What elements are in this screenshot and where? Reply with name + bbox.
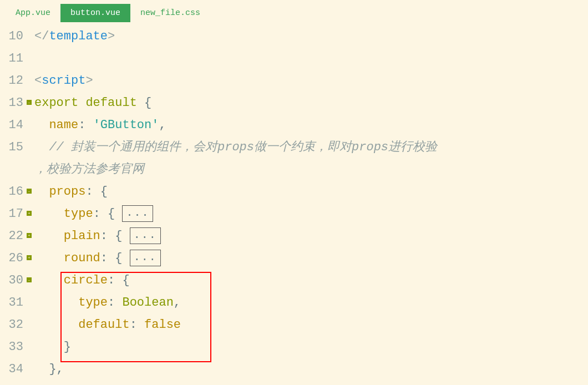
- string: 'GButton': [93, 118, 159, 132]
- punct: :: [108, 273, 115, 287]
- brace: }: [64, 340, 71, 354]
- punct: :: [78, 118, 85, 132]
- line-number: 14: [0, 114, 27, 136]
- line-number: 13: [0, 92, 27, 114]
- line-number: 17: [0, 203, 27, 225]
- code-line[interactable]: 32 default: false: [0, 314, 588, 336]
- line-number: 10: [0, 26, 27, 48]
- prop-key: type: [78, 296, 108, 310]
- tag-bracket: </: [34, 29, 49, 43]
- prop-key: circle: [64, 273, 108, 287]
- line-number: 34: [0, 358, 27, 381]
- tab-new-file-css[interactable]: new_file.css: [130, 4, 210, 22]
- tag-name: template: [49, 29, 108, 43]
- keyword: default: [85, 96, 136, 110]
- punct: ,: [174, 296, 181, 310]
- fold-toggle-icon[interactable]: +: [27, 211, 32, 216]
- fold-toggle-icon[interactable]: +: [27, 233, 32, 238]
- prop-key: type: [64, 207, 93, 221]
- punct: :: [85, 185, 93, 199]
- code-line[interactable]: 26 + round: { ...: [0, 247, 588, 270]
- comment: // 封装一个通用的组件，会对props做一个约束，即对props进行校验: [49, 140, 437, 154]
- code-line[interactable]: 31 type: Boolean,: [0, 292, 588, 314]
- line-number: 31: [0, 292, 27, 314]
- fold-placeholder[interactable]: ...: [130, 250, 161, 266]
- line-number: 15: [0, 136, 27, 159]
- code-line[interactable]: 34 },: [0, 358, 588, 381]
- comment: ，校验方法参考官网: [34, 163, 144, 176]
- line-number: 22: [0, 225, 27, 247]
- punct: :: [130, 318, 137, 332]
- line-number: 12: [0, 70, 27, 92]
- code-line[interactable]: 12 <script>: [0, 70, 588, 92]
- line-number: 33: [0, 336, 27, 358]
- code-line[interactable]: 16 - props: {: [0, 181, 588, 203]
- code-line[interactable]: 30 - circle: {: [0, 270, 588, 292]
- punct: :: [100, 229, 108, 243]
- value: false: [144, 318, 181, 332]
- tag-bracket: >: [108, 29, 115, 43]
- brace: },: [49, 362, 63, 376]
- line-number: 26: [0, 247, 27, 270]
- prop-key: name: [49, 118, 78, 132]
- code-editor[interactable]: 10 </template> 11 12 <script> 13 - expor…: [0, 26, 588, 381]
- line-number: 32: [0, 314, 27, 336]
- punct: :: [93, 207, 100, 221]
- prop-key: props: [49, 185, 85, 199]
- fold-toggle-icon[interactable]: -: [27, 277, 32, 282]
- tab-button-vue[interactable]: button.vue: [60, 4, 130, 22]
- line-number: 30: [0, 270, 27, 292]
- tag-name: script: [42, 74, 85, 88]
- brace: {: [137, 96, 151, 110]
- code-line[interactable]: 33 }: [0, 336, 588, 358]
- fold-placeholder[interactable]: ...: [122, 205, 153, 222]
- keyword: export: [34, 96, 78, 110]
- code-line[interactable]: 13 - export default {: [0, 92, 588, 114]
- code-line[interactable]: 10 </template>: [0, 26, 588, 48]
- tab-app-vue[interactable]: App.vue: [6, 4, 60, 22]
- value: Boolean: [122, 296, 173, 310]
- brace: {: [93, 185, 108, 199]
- line-number: 11: [0, 48, 27, 70]
- code-line[interactable]: 17 + type: { ...: [0, 203, 588, 225]
- prop-key: plain: [64, 229, 100, 243]
- fold-toggle-icon[interactable]: +: [27, 255, 32, 260]
- fold-placeholder[interactable]: ...: [130, 227, 161, 244]
- fold-toggle-icon[interactable]: -: [27, 189, 32, 194]
- punct: :: [100, 251, 108, 265]
- fold-toggle-icon[interactable]: -: [27, 100, 32, 105]
- code-line[interactable]: 11: [0, 48, 588, 70]
- tag-bracket: <: [34, 74, 42, 88]
- prop-key: round: [64, 251, 100, 265]
- tag-bracket: >: [85, 74, 93, 88]
- code-line-wrap[interactable]: ，校验方法参考官网: [0, 159, 588, 181]
- punct: :: [108, 296, 115, 310]
- prop-key: default: [78, 318, 129, 332]
- tab-bar: App.vue button.vue new_file.css: [0, 0, 588, 26]
- code-line[interactable]: 14 name: 'GButton',: [0, 114, 588, 136]
- code-line[interactable]: 22 + plain: { ...: [0, 225, 588, 247]
- line-number: 16: [0, 181, 27, 203]
- code-line[interactable]: 15 // 封装一个通用的组件，会对props做一个约束，即对props进行校验: [0, 136, 588, 159]
- punct: ,: [159, 118, 166, 132]
